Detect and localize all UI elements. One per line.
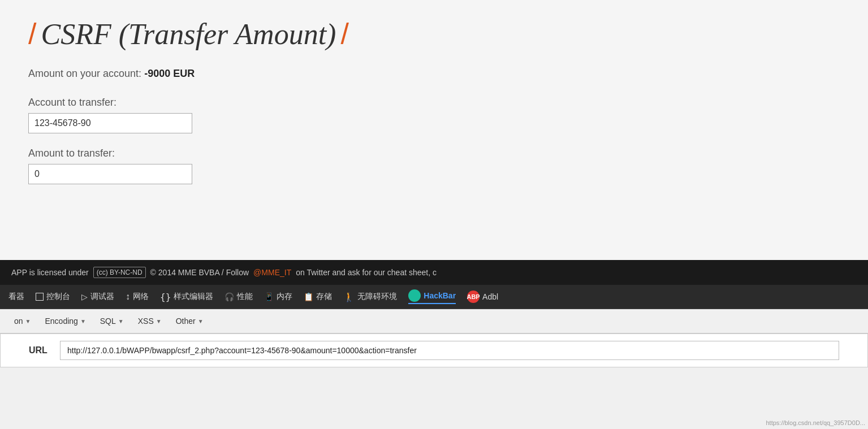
hackbar-other-button[interactable]: Other ▼ xyxy=(170,314,209,328)
accessibility-icon: 🚶 xyxy=(343,292,355,302)
cc-badge: (cc) BY-NC-ND xyxy=(93,267,146,278)
style-icon: {} xyxy=(160,292,171,302)
account-info: Amount on your account: -9000 EUR xyxy=(28,68,840,80)
adblock-label: Adbl xyxy=(482,292,498,301)
main-content: / CSRF (Transfer Amount) / Amount on you… xyxy=(0,0,868,260)
url-bar: URL https://blog.csdn.net/qq_3957D0D... xyxy=(0,333,868,367)
hackbar-xss-label: XSS xyxy=(138,317,154,326)
hackbar-toolbar: on ▼ Encoding ▼ SQL ▼ XSS ▼ Other ▼ xyxy=(0,309,868,333)
accessibility-label: 无障碍环境 xyxy=(357,292,397,302)
devtools-hackbar[interactable]: HackBar xyxy=(408,289,456,304)
devtools-bar: 看器 控制台 ▷ 调试器 ↕ 网络 {} 样式编辑器 🎧 性能 📱 内存 📋 存… xyxy=(0,285,868,309)
hackbar-sql-arrow: ▼ xyxy=(118,318,124,324)
twitter-link[interactable]: @MME_IT xyxy=(253,268,291,277)
hackbar-xss-button[interactable]: XSS ▼ xyxy=(132,314,167,328)
hackbar-encoding-label: Encoding xyxy=(45,317,77,326)
transfer-amount-group: Amount to transfer: xyxy=(28,148,840,184)
devtools-style-editor[interactable]: {} 样式编辑器 xyxy=(160,292,213,302)
transfer-account-label: Account to transfer: xyxy=(28,97,840,109)
devtools-memory[interactable]: 📱 内存 xyxy=(264,292,292,302)
hackbar-encoding-arrow: ▼ xyxy=(80,318,86,324)
footer-copyright: © 2014 MME BVBA / Follow xyxy=(150,268,249,277)
transfer-amount-label: Amount to transfer: xyxy=(28,148,840,159)
devtools-debugger[interactable]: ▷ 调试器 xyxy=(81,292,114,302)
hackbar-on-arrow: ▼ xyxy=(25,318,31,324)
abp-icon: ABP xyxy=(467,291,480,303)
devtools-viewer[interactable]: 看器 xyxy=(8,292,24,302)
devtools-network[interactable]: ↕ 网络 xyxy=(126,292,149,302)
debugger-icon: ▷ xyxy=(81,292,88,301)
storage-icon: 📋 xyxy=(304,292,313,301)
footer-bar: APP is licensed under (cc) BY-NC-ND © 20… xyxy=(0,260,868,285)
account-value: -9000 EUR xyxy=(144,68,195,79)
page-title: / CSRF (Transfer Amount) / xyxy=(28,17,840,51)
storage-label: 存储 xyxy=(316,292,332,302)
transfer-account-input[interactable] xyxy=(28,113,192,133)
footer-text: APP is licensed under xyxy=(11,268,89,277)
debugger-label: 调试器 xyxy=(90,292,114,302)
hackbar-other-arrow: ▼ xyxy=(198,318,204,324)
transfer-amount-input[interactable] xyxy=(28,164,192,184)
console-label: 控制台 xyxy=(46,292,70,302)
hackbar-sql-label: SQL xyxy=(100,317,116,326)
hackbar-on-label: on xyxy=(14,317,23,326)
url-input[interactable] xyxy=(60,341,839,360)
url-label: URL xyxy=(29,345,51,356)
devtools-adblock[interactable]: ABP Adbl xyxy=(467,291,498,303)
hackbar-encoding-button[interactable]: Encoding ▼ xyxy=(39,314,91,328)
slash-right: / xyxy=(340,17,348,51)
console-icon xyxy=(36,293,44,301)
perf-icon: 🎧 xyxy=(224,292,234,301)
perf-label: 性能 xyxy=(237,292,253,302)
slash-left: / xyxy=(28,17,36,51)
devtools-performance[interactable]: 🎧 性能 xyxy=(224,292,253,302)
corner-note: https://blog.csdn.net/qq_3957D0D... xyxy=(766,419,865,426)
viewer-label: 看器 xyxy=(8,292,24,302)
hackbar-other-label: Other xyxy=(176,317,196,326)
devtools-accessibility[interactable]: 🚶 无障碍环境 xyxy=(343,292,397,302)
account-label: Amount on your account: xyxy=(28,68,141,79)
hackbar-icon xyxy=(408,289,421,302)
network-icon: ↕ xyxy=(126,292,130,302)
memory-label: 内存 xyxy=(277,292,292,302)
memory-icon: 📱 xyxy=(264,292,274,301)
hackbar-on-button[interactable]: on ▼ xyxy=(8,314,36,328)
transfer-account-group: Account to transfer: xyxy=(28,97,840,133)
hackbar-xss-arrow: ▼ xyxy=(156,318,162,324)
footer-suffix: on Twitter and ask for our cheat sheet, … xyxy=(296,268,437,277)
devtools-storage[interactable]: 📋 存储 xyxy=(304,292,332,302)
hackbar-label: HackBar xyxy=(424,291,456,300)
hackbar-sql-button[interactable]: SQL ▼ xyxy=(94,314,129,328)
network-label: 网络 xyxy=(133,292,149,302)
title-text: CSRF (Transfer Amount) xyxy=(41,18,336,51)
style-label: 样式编辑器 xyxy=(174,292,213,302)
devtools-console[interactable]: 控制台 xyxy=(36,292,70,302)
